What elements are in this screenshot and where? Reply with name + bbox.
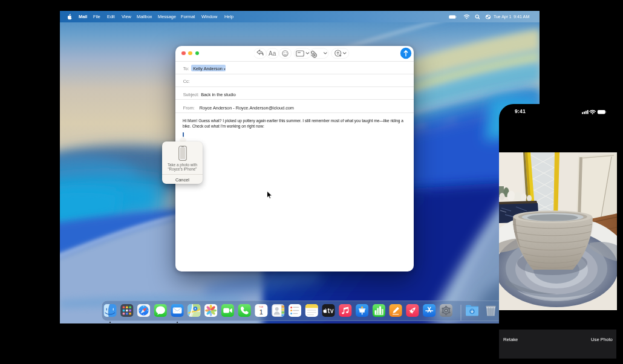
svg-text:Aa: Aa <box>269 50 276 57</box>
svg-text:1: 1 <box>259 308 263 315</box>
